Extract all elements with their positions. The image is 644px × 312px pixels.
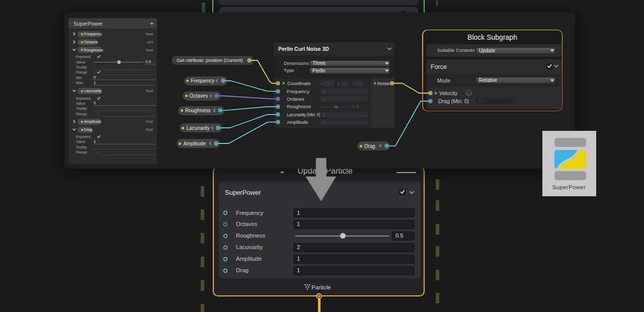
svg-text:L: L — [468, 91, 470, 96]
